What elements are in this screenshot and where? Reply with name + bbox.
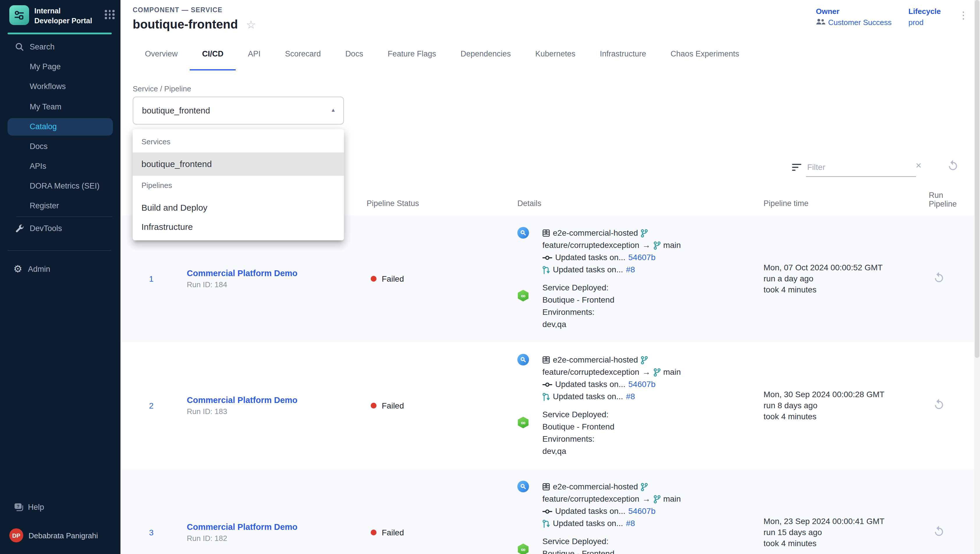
tab-api[interactable]: API	[236, 37, 273, 70]
sidebar-item-catalog-active[interactable]: Catalog	[8, 118, 113, 135]
details-cell: e2e-commercial-hosted feature/corruptede…	[517, 227, 681, 331]
pipeline-name-link[interactable]: Commercial Platform Demo	[187, 269, 298, 278]
cd-module-icon: ∞	[517, 290, 529, 301]
arrow-right-icon: →	[642, 493, 650, 505]
cd-module-icon: ∞	[517, 417, 529, 428]
rerun-pipeline-icon[interactable]	[933, 525, 945, 540]
cd-module-icon: ∞	[517, 543, 529, 554]
tab-dependencies[interactable]: Dependencies	[449, 37, 523, 70]
ci-module-icon	[517, 227, 529, 239]
filter-funnel-icon	[792, 163, 801, 174]
branch-icon	[653, 495, 660, 503]
page-scrollbar[interactable]	[974, 0, 980, 554]
row-index: 3	[146, 528, 156, 537]
col-pipeline-time: Pipeline time	[764, 199, 809, 208]
sidebar-item-devtools[interactable]: DevTools	[0, 222, 121, 235]
tab-infrastructure[interactable]: Infrastructure	[588, 37, 659, 70]
status-label: Failed	[382, 401, 404, 410]
brand-title: Internal Developer Portal	[34, 5, 94, 25]
commit-icon	[542, 508, 552, 514]
harness-idp-logo-icon	[9, 5, 29, 25]
pipeline-name-cell: Commercial Platform Demo Run ID: 183	[187, 395, 298, 416]
lifecycle-meta: Lifecycle prod	[908, 7, 941, 27]
sidebar-item-docs[interactable]: Docs	[0, 140, 121, 153]
avatar: DP	[9, 529, 23, 542]
main-area: COMPONENT — SERVICE boutique-frontend ☆ …	[121, 0, 980, 554]
sidebar-item-my-page[interactable]: My Page	[0, 60, 121, 73]
arrow-right-icon: →	[642, 366, 650, 378]
rerun-pipeline-icon[interactable]	[933, 271, 945, 286]
ci-module-icon	[517, 354, 529, 365]
rerun-pipeline-icon[interactable]	[933, 398, 945, 413]
app-window: Internal Developer Portal Search My Page…	[0, 0, 980, 554]
breadcrumb: COMPONENT — SERVICE	[133, 6, 223, 13]
row-index: 1	[146, 274, 156, 283]
clear-filter-icon[interactable]: ✕	[915, 161, 922, 170]
menu-option-boutique-frontend[interactable]: boutique_frontend	[133, 153, 344, 176]
sidebar-item-my-team[interactable]: My Team	[0, 101, 121, 113]
run-id: Run ID: 184	[187, 280, 298, 289]
failed-status-dot	[371, 276, 377, 282]
lifecycle-label: Lifecycle	[908, 7, 941, 16]
sidebar-item-apis[interactable]: APIs	[0, 160, 121, 173]
row-index: 2	[146, 401, 156, 410]
brand: Internal Developer Portal	[9, 5, 115, 25]
commit-icon	[542, 255, 552, 260]
owner-label: Owner	[816, 7, 891, 16]
status-cell: Failed	[371, 274, 404, 283]
branch-icon	[641, 356, 648, 364]
filter-input[interactable]	[806, 158, 916, 177]
sidebar-item-register[interactable]: Register	[0, 200, 121, 212]
sidebar-item-workflows[interactable]: Workflows	[0, 80, 121, 93]
tab-feature-flags[interactable]: Feature Flags	[375, 37, 449, 70]
people-icon	[816, 18, 825, 27]
scrollbar-thumb[interactable]	[975, 0, 979, 358]
pipeline-name-link[interactable]: Commercial Platform Demo	[187, 395, 298, 405]
commit-link[interactable]: 54607b	[628, 378, 655, 390]
sidebar: Internal Developer Portal Search My Page…	[0, 0, 121, 554]
pipeline-name-cell: Commercial Platform Demo Run ID: 184	[187, 269, 298, 289]
user-menu[interactable]: DP Debabrata Panigrahi	[9, 529, 116, 542]
help-chat-icon: ?	[14, 503, 24, 516]
sidebar-item-dora-metrics[interactable]: DORA Metrics (SEI)	[0, 180, 121, 193]
owner-link[interactable]: Customer Success	[816, 18, 891, 27]
pipeline-select[interactable]: boutique_frontend ▲	[133, 97, 344, 124]
pipeline-name-link[interactable]: Commercial Platform Demo	[187, 522, 298, 532]
tab-docs[interactable]: Docs	[333, 37, 375, 70]
col-details: Details	[517, 199, 541, 208]
sidebar-item-help[interactable]: ? Help	[0, 501, 121, 514]
tab-overview[interactable]: Overview	[133, 37, 190, 70]
commit-link[interactable]: 54607b	[628, 505, 655, 517]
entity-tabs: Overview CI/CD API Scorecard Docs Featur…	[133, 37, 751, 70]
menu-option-infrastructure[interactable]: Infrastructure	[133, 215, 344, 239]
pr-link[interactable]: #8	[626, 390, 635, 403]
pr-link[interactable]: #8	[626, 517, 635, 530]
status-cell: Failed	[371, 528, 404, 537]
branch-icon	[653, 241, 660, 249]
sidebar-item-search[interactable]: Search	[0, 41, 121, 54]
pipeline-run-row-2: 2 Commercial Platform Demo Run ID: 183 F…	[121, 342, 974, 469]
tab-scorecard[interactable]: Scorecard	[273, 37, 333, 70]
tab-chaos-experiments[interactable]: Chaos Experiments	[659, 37, 752, 70]
tab-kubernetes[interactable]: Kubernetes	[523, 37, 587, 70]
kebab-menu-icon[interactable]: ⋮	[958, 9, 968, 22]
cicd-content: Service / Pipeline boutique_frontend ▲ S…	[121, 70, 980, 554]
wrench-icon	[15, 224, 24, 237]
pr-link[interactable]: #8	[626, 264, 635, 276]
page-title: boutique-frontend	[133, 18, 238, 32]
failed-status-dot	[371, 530, 377, 535]
pipeline-select-label: Service / Pipeline	[133, 84, 191, 93]
tab-cicd[interactable]: CI/CD	[190, 37, 236, 70]
sidebar-divider	[16, 217, 112, 217]
sidebar-item-admin[interactable]: ⚙ Admin	[0, 263, 121, 276]
user-name: Debabrata Panigrahi	[29, 531, 98, 540]
svg-text:?: ?	[17, 504, 19, 509]
branch-icon	[641, 229, 648, 237]
pull-request-icon	[542, 393, 550, 401]
commit-link[interactable]: 54607b	[628, 252, 655, 264]
favorite-star-icon[interactable]: ☆	[246, 19, 256, 30]
ci-module-icon	[517, 481, 529, 492]
module-grid-icon[interactable]	[105, 10, 115, 19]
sidebar-divider-2	[8, 250, 111, 251]
refresh-table-icon[interactable]	[947, 159, 959, 174]
